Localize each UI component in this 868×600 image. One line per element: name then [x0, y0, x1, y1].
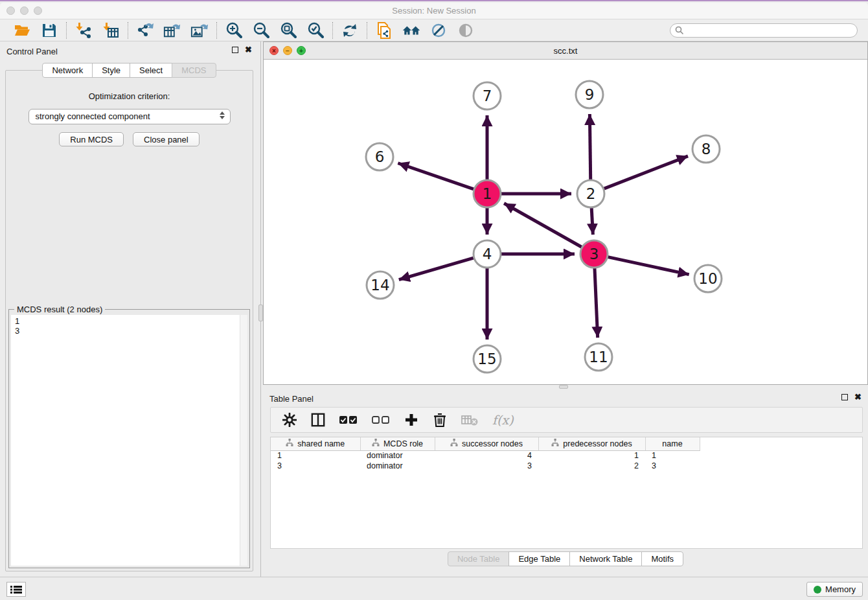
zoom-selected-icon[interactable]	[306, 21, 325, 40]
float-table-panel-icon[interactable]	[841, 394, 848, 400]
zoom-fit-icon[interactable]	[279, 21, 297, 40]
import-table-icon[interactable]	[102, 21, 120, 40]
app-title: Session: New Session	[0, 6, 868, 16]
search-icon	[675, 26, 684, 38]
table-cell[interactable]: dominator	[360, 461, 435, 471]
column-header-successor-nodes[interactable]: successor nodes	[435, 437, 538, 450]
mcds-panel: Optimization criterion: strongly connect…	[5, 70, 253, 571]
float-panel-icon[interactable]	[232, 47, 238, 53]
vertical-splitter[interactable]	[258, 41, 263, 578]
node-15[interactable]: 15	[474, 345, 501, 373]
node-9[interactable]: 9	[576, 81, 603, 108]
table-cell[interactable]: 1	[271, 450, 360, 461]
node-14[interactable]: 14	[367, 271, 394, 299]
node-6[interactable]: 6	[366, 143, 393, 170]
svg-text:1: 1	[483, 185, 492, 202]
close-panel-icon[interactable]: ✖	[245, 47, 252, 53]
edge-4-14[interactable]	[399, 258, 474, 279]
tab-edge-table[interactable]: Edge Table	[508, 551, 570, 566]
node-8[interactable]: 8	[692, 135, 720, 163]
column-header-shared-name[interactable]: shared name	[271, 437, 360, 450]
mcds-result-group: MCDS result (2 nodes) 1 3	[8, 309, 250, 568]
close-panel-button[interactable]: Close panel	[133, 132, 200, 146]
deselect-all-icon[interactable]	[372, 415, 390, 425]
edge-3-10[interactable]	[608, 257, 689, 275]
edge-2-8[interactable]	[604, 156, 689, 189]
column-header-name[interactable]: name	[645, 437, 700, 450]
node-2[interactable]: 2	[577, 180, 604, 207]
zoom-in-icon[interactable]	[225, 21, 243, 40]
vertical-splitter-handle[interactable]	[258, 305, 263, 321]
node-3[interactable]: 3	[580, 240, 608, 268]
eye-icon[interactable]	[457, 21, 475, 40]
criterion-select[interactable]: strongly connected component	[29, 109, 231, 124]
node-4[interactable]: 4	[474, 240, 501, 268]
svg-text:10: 10	[698, 270, 717, 287]
tab-network-table[interactable]: Network Table	[569, 551, 642, 566]
function-builder-icon[interactable]: f(x)	[492, 413, 514, 427]
tab-node-table[interactable]: Node Table	[448, 551, 510, 566]
export-table-icon[interactable]	[163, 21, 181, 40]
search-input[interactable]	[670, 23, 858, 38]
gear-icon[interactable]	[282, 413, 297, 427]
import-network-icon[interactable]	[74, 21, 93, 40]
homes-icon[interactable]	[402, 21, 420, 40]
table-row[interactable]: 3dominator323	[271, 461, 700, 471]
table-cell[interactable]: dominator	[360, 450, 435, 461]
edge-1-6[interactable]	[398, 163, 474, 189]
tab-network[interactable]: Network	[42, 63, 93, 78]
node-10[interactable]: 10	[694, 265, 722, 292]
select-all-icon[interactable]	[339, 415, 358, 425]
control-panel-header: Control Panel ✖	[0, 41, 258, 61]
control-panel: Control Panel ✖ Network Style Select MCD…	[0, 41, 258, 578]
column-header-predecessor-nodes[interactable]: predecessor nodes	[538, 437, 645, 450]
add-column-icon[interactable]	[404, 413, 418, 427]
run-mcds-button[interactable]: Run MCDS	[59, 132, 124, 146]
table-panel-title: Table Panel	[269, 394, 314, 404]
save-icon[interactable]	[40, 21, 58, 40]
result-scrollbar[interactable]	[240, 315, 247, 566]
table-row[interactable]: 1dominator411	[271, 450, 700, 461]
table-cell[interactable]: 1	[538, 450, 645, 461]
edge-2-3[interactable]	[591, 208, 593, 235]
edge-3-1[interactable]	[504, 203, 582, 247]
network-graph[interactable]: 7968124314101511	[264, 60, 867, 384]
node-7[interactable]: 7	[474, 82, 501, 110]
brush-icon[interactable]	[429, 21, 448, 40]
table-tabs: Node Table Edge Table Network Table Moti…	[263, 551, 868, 566]
table-cell[interactable]: 3	[645, 461, 700, 471]
export-network-icon[interactable]	[136, 21, 154, 40]
tab-motifs[interactable]: Motifs	[641, 551, 683, 566]
table-cell[interactable]: 4	[435, 450, 538, 461]
select-stepper-icon	[220, 111, 225, 119]
list-icon	[10, 585, 22, 594]
node-1[interactable]: 1	[474, 180, 501, 207]
tab-style[interactable]: Style	[92, 63, 130, 78]
mcds-result-text[interactable]: 1 3	[11, 315, 247, 566]
network-window: × − + scc.txt 7968124314101511	[263, 41, 868, 385]
export-image-icon[interactable]	[190, 21, 209, 40]
show-panels-button[interactable]	[6, 582, 26, 597]
open-folder-icon[interactable]	[13, 21, 31, 40]
zoom-out-icon[interactable]	[252, 21, 270, 40]
column-header-MCDS-role[interactable]: MCDS role	[360, 437, 435, 450]
tab-select[interactable]: Select	[130, 63, 172, 78]
table-cell[interactable]: 3	[271, 461, 360, 471]
edge-2-9[interactable]	[589, 114, 590, 179]
edge-3-11[interactable]	[595, 268, 598, 338]
delete-icon[interactable]	[433, 412, 447, 428]
svg-text:11: 11	[589, 349, 608, 365]
node-11[interactable]: 11	[585, 343, 612, 371]
table-cell[interactable]: 2	[538, 461, 645, 471]
close-table-panel-icon[interactable]: ✖	[854, 394, 862, 400]
table-cell[interactable]: 1	[645, 450, 700, 461]
split-column-icon[interactable]	[311, 413, 325, 427]
tab-mcds[interactable]: MCDS	[172, 63, 216, 78]
table-cell[interactable]: 3	[435, 461, 538, 471]
clone-network-icon[interactable]	[375, 21, 393, 40]
refresh-layout-icon[interactable]	[341, 21, 359, 40]
svg-text:14: 14	[371, 277, 389, 294]
delete-table-icon[interactable]	[461, 414, 478, 426]
search-container	[670, 23, 858, 38]
memory-button[interactable]: Memory	[806, 582, 863, 597]
